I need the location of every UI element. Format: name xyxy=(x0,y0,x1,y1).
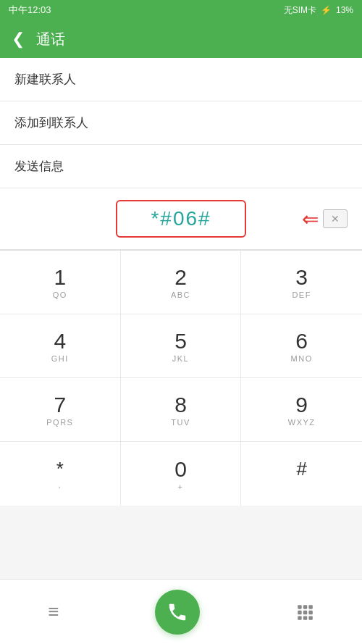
key-8[interactable]: 8 TUV xyxy=(121,378,242,442)
key-3-letters: DEF xyxy=(292,290,311,299)
key-7-letters: PQRS xyxy=(46,418,73,427)
key-2-letters: ABC xyxy=(171,290,190,299)
key-5-number: 5 xyxy=(174,329,187,353)
key-8-letters: TUV xyxy=(171,418,190,427)
key-6-number: 6 xyxy=(295,329,308,353)
battery-level: 13% xyxy=(336,5,353,15)
key-1[interactable]: 1 QO xyxy=(0,251,121,314)
key-star-letters: , xyxy=(59,480,62,489)
key-hash-letters xyxy=(300,480,303,489)
add-contact-label: 添加到联系人 xyxy=(14,116,88,130)
delete-btn-area: ⇐ ✕ xyxy=(302,207,348,231)
dial-display-area: *#06# ⇐ ✕ xyxy=(0,188,362,250)
delete-x-icon: ✕ xyxy=(331,213,340,225)
svg-rect-4 xyxy=(303,610,307,614)
key-7-number: 7 xyxy=(54,393,66,417)
key-6-letters: MNO xyxy=(291,354,313,363)
page-title: 通话 xyxy=(36,30,65,49)
send-message-label: 发送信息 xyxy=(14,159,64,173)
svg-rect-1 xyxy=(303,605,307,609)
sim-status: 无SIM卡 xyxy=(284,4,316,17)
key-2-number: 2 xyxy=(174,265,187,289)
dial-input-box: *#06# xyxy=(116,200,246,238)
svg-rect-5 xyxy=(308,610,312,614)
key-3-number: 3 xyxy=(295,265,308,289)
svg-rect-8 xyxy=(308,616,312,619)
status-right: 无SIM卡 ⚡ 13% xyxy=(284,4,353,17)
dial-input-text: *#06# xyxy=(151,207,211,230)
key-9[interactable]: 9 WXYZ xyxy=(241,378,362,442)
svg-rect-7 xyxy=(303,616,307,619)
call-button[interactable] xyxy=(155,590,200,635)
svg-rect-0 xyxy=(298,605,301,609)
arrow-left-icon: ⇐ xyxy=(302,207,319,231)
new-contact-item[interactable]: 新建联系人 xyxy=(0,58,362,101)
key-8-number: 8 xyxy=(174,393,187,417)
key-6[interactable]: 6 MNO xyxy=(241,314,362,378)
key-9-number: 9 xyxy=(295,393,308,417)
key-1-number: 1 xyxy=(54,265,66,289)
menu-icon: ≡ xyxy=(48,601,59,623)
key-9-letters: WXYZ xyxy=(288,418,316,427)
svg-rect-3 xyxy=(298,610,301,614)
key-3[interactable]: 3 DEF xyxy=(241,251,362,314)
key-5-letters: JKL xyxy=(172,354,189,363)
battery-icon: ⚡ xyxy=(321,5,332,15)
grid-icon xyxy=(295,603,314,622)
status-bar: 中午12:03 无SIM卡 ⚡ 13% xyxy=(0,0,362,20)
key-0[interactable]: 0 + xyxy=(121,442,242,506)
keypad: 1 QO 2 ABC 3 DEF 4 GHI 5 JKL 6 MNO 7 PQR… xyxy=(0,250,362,506)
key-hash-number: # xyxy=(296,459,306,480)
key-0-number: 0 xyxy=(174,457,187,481)
title-bar: ❮ 通话 xyxy=(0,20,362,58)
back-button[interactable]: ❮ xyxy=(12,30,25,49)
delete-button[interactable]: ✕ xyxy=(323,209,348,228)
bottom-bar: ≡ xyxy=(0,579,362,644)
grid-button[interactable] xyxy=(295,603,314,622)
key-5[interactable]: 5 JKL xyxy=(121,314,242,378)
phone-icon xyxy=(167,601,188,623)
svg-rect-2 xyxy=(308,605,312,609)
add-contact-item[interactable]: 添加到联系人 xyxy=(0,101,362,145)
key-0-letters: + xyxy=(178,482,184,491)
key-2[interactable]: 2 ABC xyxy=(121,251,242,314)
key-hash[interactable]: # xyxy=(241,442,362,506)
key-star-number: * xyxy=(56,459,64,480)
key-7[interactable]: 7 PQRS xyxy=(0,378,121,442)
new-contact-label: 新建联系人 xyxy=(14,72,76,86)
key-4-number: 4 xyxy=(54,329,66,353)
key-star[interactable]: * , xyxy=(0,442,121,506)
key-4-letters: GHI xyxy=(51,354,69,363)
menu-button[interactable]: ≡ xyxy=(48,601,59,623)
key-4[interactable]: 4 GHI xyxy=(0,314,121,378)
svg-rect-6 xyxy=(298,616,301,619)
status-time: 中午12:03 xyxy=(9,4,51,17)
menu-section: 新建联系人 添加到联系人 发送信息 xyxy=(0,58,362,188)
send-message-item[interactable]: 发送信息 xyxy=(0,145,362,188)
key-1-letters: QO xyxy=(53,290,67,299)
